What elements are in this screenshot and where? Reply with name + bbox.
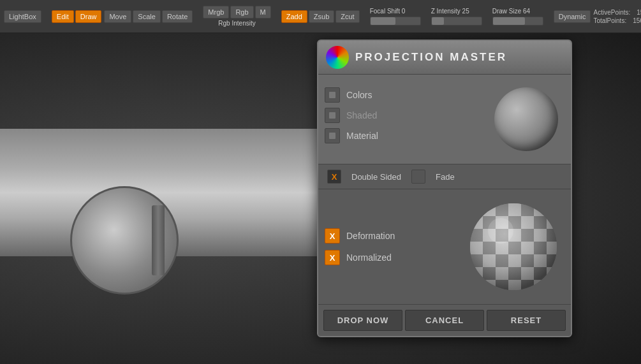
active-points-row: ActivePoints: 156,160 bbox=[593, 9, 641, 16]
checkbox-empty-icon bbox=[328, 111, 337, 120]
active-points-value: 156,160 bbox=[637, 9, 641, 16]
fade-label: Fade bbox=[436, 172, 455, 182]
draw-size-label: Draw Size 64 bbox=[492, 8, 530, 15]
edit-draw-group: Edit Draw bbox=[52, 10, 102, 23]
rotate-button[interactable]: Rotate bbox=[162, 10, 193, 23]
zsub-button[interactable]: Zsub bbox=[309, 10, 334, 23]
focal-shift-group: Focal Shift 0 bbox=[370, 8, 421, 25]
shaded-option-row: Shaded bbox=[325, 108, 488, 123]
svg-rect-47 bbox=[470, 280, 483, 293]
rgb-button[interactable]: Rgb bbox=[230, 6, 253, 18]
normalized-label: Normalized bbox=[346, 252, 392, 263]
edit-draw-row: Edit Draw bbox=[52, 10, 102, 23]
double-sided-label: Double Sided bbox=[351, 172, 401, 182]
z-intensity-slider[interactable] bbox=[431, 17, 482, 25]
svg-rect-2 bbox=[329, 133, 335, 139]
shaded-checkbox[interactable] bbox=[325, 108, 340, 123]
double-sided-checkbox[interactable]: X bbox=[327, 170, 341, 184]
pm-top-panel: Colors Shaded Material bbox=[318, 75, 571, 164]
svg-rect-1 bbox=[329, 112, 335, 119]
material-check-icon bbox=[328, 131, 337, 140]
shaded-label: Shaded bbox=[346, 110, 377, 120]
pm-deform-options: X Deformation X Normalized bbox=[325, 196, 462, 298]
fade-checkbox[interactable] bbox=[411, 170, 425, 184]
deformation-checkbox[interactable]: X bbox=[325, 228, 340, 244]
pm-options-list: Colors Shaded Material bbox=[325, 81, 488, 157]
active-points-label: ActivePoints: bbox=[593, 9, 630, 16]
drop-now-button[interactable]: DROP NOW bbox=[323, 310, 402, 331]
total-points-row: TotalPoints: 156,160 bbox=[593, 17, 641, 24]
zadd-row: Zadd Zsub Zcut bbox=[281, 10, 360, 23]
m-button[interactable]: M bbox=[255, 6, 271, 18]
pm-buttons-row: DROP NOW CANCEL RESET bbox=[318, 305, 571, 336]
transform-row: Move Scale Rotate bbox=[104, 10, 193, 23]
cylinder-notch bbox=[152, 205, 165, 275]
pm-checker-sphere-preview bbox=[462, 196, 564, 298]
mrgb-group: Mrgb Rgb M Rgb Intensity bbox=[203, 6, 270, 27]
projection-master-dialog: Projection Master Colors Shaded bbox=[317, 40, 572, 337]
total-points-label: TotalPoints: bbox=[593, 17, 626, 24]
mrgb-row: Mrgb Rgb M bbox=[203, 6, 270, 18]
lightbox-button[interactable]: LightBox bbox=[4, 10, 41, 23]
zadd-group: Zadd Zsub Zcut bbox=[281, 10, 360, 23]
checkbox-check-icon bbox=[328, 91, 337, 99]
dynamic-group: Dynamic bbox=[554, 10, 591, 23]
edit-button[interactable]: Edit bbox=[52, 10, 74, 23]
material-option-row: Material bbox=[325, 128, 488, 143]
pm-logo-icon bbox=[326, 46, 349, 69]
pm-bottom-panel: X Deformation X Normalized bbox=[318, 189, 571, 305]
svg-rect-5 bbox=[470, 203, 483, 216]
scale-button[interactable]: Scale bbox=[133, 10, 161, 23]
svg-rect-11 bbox=[547, 203, 559, 216]
svg-point-54 bbox=[470, 203, 557, 290]
colors-label: Colors bbox=[346, 90, 372, 100]
material-label: Material bbox=[346, 131, 378, 141]
material-checkbox[interactable] bbox=[325, 128, 340, 143]
focal-shift-slider[interactable] bbox=[370, 17, 421, 25]
draw-size-slider[interactable] bbox=[492, 17, 543, 25]
draw-button[interactable]: Draw bbox=[75, 10, 102, 23]
main-area: Projection Master Colors Shaded bbox=[0, 33, 641, 364]
z-intensity-label: Z Intensity 25 bbox=[431, 8, 469, 15]
dynamic-button[interactable]: Dynamic bbox=[554, 10, 591, 23]
points-display: ActivePoints: 156,160 TotalPoints: 156,1… bbox=[593, 9, 641, 24]
colors-checkbox[interactable] bbox=[325, 87, 340, 103]
zadd-button[interactable]: Zadd bbox=[281, 10, 307, 23]
deformation-label: Deformation bbox=[346, 231, 395, 241]
plain-sphere-icon bbox=[494, 87, 558, 151]
total-points-value: 156,160 bbox=[633, 17, 641, 24]
transform-group: Move Scale Rotate bbox=[104, 10, 193, 23]
mrgb-button[interactable]: Mrgb bbox=[203, 6, 229, 18]
pm-sphere-preview bbox=[488, 81, 564, 157]
reset-button[interactable]: RESET bbox=[487, 310, 566, 331]
svg-rect-0 bbox=[329, 92, 335, 98]
cancel-button[interactable]: CANCEL bbox=[405, 310, 484, 331]
move-button[interactable]: Move bbox=[104, 10, 131, 23]
dialog-title: Projection Master bbox=[355, 51, 507, 64]
toolbar: LightBox Edit Draw Move Scale Rotate Mrg… bbox=[0, 0, 641, 33]
svg-point-55 bbox=[488, 218, 513, 244]
lightbox-group: LightBox bbox=[4, 10, 41, 23]
z-intensity-group: Z Intensity 25 bbox=[431, 8, 482, 25]
zcut-button[interactable]: Zcut bbox=[335, 10, 359, 23]
checker-sphere-svg bbox=[466, 199, 561, 295]
focal-shift-label: Focal Shift 0 bbox=[370, 8, 406, 15]
pm-double-sided-row: X Double Sided Fade bbox=[318, 164, 571, 189]
deformation-row: X Deformation bbox=[325, 228, 462, 244]
rgb-intensity-label: Rgb Intensity bbox=[218, 20, 255, 27]
dialog-titlebar: Projection Master bbox=[318, 41, 571, 75]
normalized-row: X Normalized bbox=[325, 250, 462, 265]
colors-option-row: Colors bbox=[325, 87, 488, 103]
svg-rect-53 bbox=[547, 280, 559, 293]
draw-size-group: Draw Size 64 bbox=[492, 8, 543, 25]
normalized-checkbox[interactable]: X bbox=[325, 250, 340, 265]
